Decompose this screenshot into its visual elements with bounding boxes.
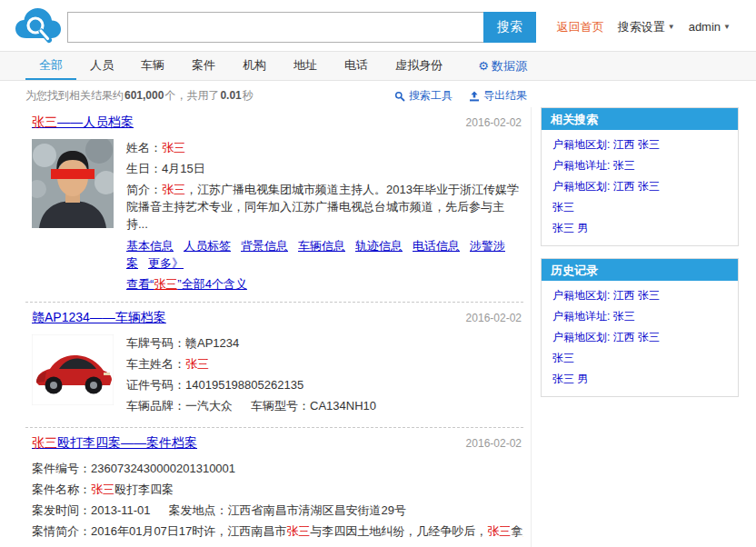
link-phone-info[interactable]: 电话信息 [413, 239, 460, 253]
field-birthday: 生日：4月15日 [126, 160, 523, 177]
header: 搜索 返回首页 搜索设置 ▼ admin ▼ [0, 0, 756, 51]
search-settings-menu[interactable]: 搜索设置 ▼ [618, 19, 675, 35]
link-person-tags[interactable]: 人员标签 [184, 239, 231, 253]
field-id-number: 证件号码：140195198805262135 [126, 376, 523, 393]
caret-down-icon: ▼ [668, 23, 675, 31]
tab-case[interactable]: 案件 [178, 52, 229, 80]
datasource-button[interactable]: ⚙ 数据源 [478, 52, 527, 80]
tab-all[interactable]: 全部 [25, 52, 76, 80]
related-search-link[interactable]: 户籍地区划: 江西 张三 [552, 138, 660, 151]
tab-virtual-identity[interactable]: 虚拟身份 [382, 52, 456, 80]
result-title-link[interactable]: 赣AP1234——车辆档案 [32, 310, 166, 326]
sidebar: 相关搜索 户籍地区划: 江西 张三 户籍地详址: 张三 户籍地区划: 江西 张三… [531, 107, 739, 547]
car-photo-image [32, 334, 114, 405]
field-case-number: 案件编号：2360732430000201310001 [32, 460, 523, 477]
result-body: 车牌号码：赣AP1234 车主姓名：张三 证件号码：14019519880526… [32, 334, 523, 418]
related-search-item: 户籍地区划: 江西 张三 [542, 134, 738, 155]
tab-address[interactable]: 地址 [280, 52, 331, 80]
search-input[interactable] [67, 12, 483, 43]
field-case-brief: 案情简介：2016年01月07日17时许，江西南昌市张三与李四因土地纠纷，几经争… [32, 522, 523, 540]
history-link[interactable]: 张三 [552, 352, 574, 364]
title-text: ——人员档案 [57, 114, 134, 129]
result-fields: 姓名：张三 生日：4月15日 简介：张三，江苏广播电视集团城市频道主持人。201… [126, 139, 523, 293]
related-search-box: 相关搜索 户籍地区划: 江西 张三 户籍地详址: 张三 户籍地区划: 江西 张三… [541, 107, 739, 246]
result-title-link[interactable]: 张三——人员档案 [32, 114, 134, 131]
search-tools-button[interactable]: 搜索工具 [394, 88, 453, 104]
history-link[interactable]: 户籍地区划: 江西 张三 [552, 289, 660, 302]
home-link[interactable]: 返回首页 [557, 19, 604, 35]
tab-person[interactable]: 人员 [76, 52, 127, 80]
related-search-link[interactable]: 张三 男 [552, 222, 588, 234]
search-settings-label: 搜索设置 [618, 19, 665, 35]
title-text: 殴打李四案——案件档案 [57, 435, 197, 450]
link-vehicle-info[interactable]: 车辆信息 [298, 239, 345, 253]
related-search-item: 张三 [542, 197, 738, 218]
title-text: 赣AP1234——车辆档案 [32, 310, 166, 324]
search-tools-label: 搜索工具 [409, 88, 453, 104]
history-item: 户籍地区划: 江西 张三 [542, 285, 738, 306]
related-search-item: 户籍地详址: 张三 [542, 155, 738, 176]
link-more[interactable]: 更多》 [148, 256, 184, 270]
result-date: 2016-02-02 [466, 312, 523, 324]
search-button[interactable]: 搜索 [483, 12, 536, 43]
export-icon [469, 91, 480, 102]
result-body: 案件编号：2360732430000201310001 案件名称：张三殴打李四案… [32, 460, 523, 543]
search-bar: 搜索 [67, 12, 536, 43]
history-item: 张三 [542, 348, 738, 369]
search-time: 0.01 [220, 89, 241, 102]
tab-vehicle[interactable]: 车辆 [127, 52, 178, 80]
related-search-list: 户籍地区划: 江西 张三 户籍地详址: 张三 户籍地区划: 江西 张三 张三 张… [542, 130, 738, 245]
field-owner: 车主姓名：张三 [126, 355, 523, 373]
result-tools: 搜索工具 导出结果 [394, 88, 527, 104]
tab-phone[interactable]: 电话 [331, 52, 382, 80]
results-list: 张三——人员档案 2016-02-02 [25, 107, 523, 547]
result-case: 张三殴打李四案——案件档案 2016-02-02 案件编号：2360732430… [25, 428, 523, 547]
cloud-search-logo[interactable] [15, 5, 62, 48]
results-stats-bar: 为您找到相关结果约601,000个，共用了0.01秒 搜索工具 导出结果 [25, 88, 527, 104]
field-plate: 车牌号码：赣AP1234 [126, 334, 523, 352]
history-item: 张三 男 [542, 369, 738, 390]
history-item: 户籍地详址: 张三 [542, 306, 738, 327]
link-track-info[interactable]: 轨迹信息 [355, 239, 403, 253]
tab-organization[interactable]: 机构 [229, 52, 280, 80]
all-meanings-link[interactable]: 查看“张三”全部4个含义 [126, 277, 247, 291]
result-fields: 案件编号：2360732430000201310001 案件名称：张三殴打李四案… [32, 460, 523, 543]
result-vehicle: 赣AP1234——车辆档案 2016-02-02 [25, 303, 523, 428]
link-background-info[interactable]: 背景信息 [241, 239, 288, 253]
history-title: 历史记录 [542, 259, 738, 281]
datasource-label: 数据源 [492, 58, 527, 75]
main-content: 张三——人员档案 2016-02-02 [0, 107, 756, 547]
caret-down-icon: ▼ [723, 23, 731, 31]
results-count: 601,000 [124, 89, 164, 102]
result-title-link[interactable]: 张三殴打李四案——案件档案 [32, 435, 197, 452]
history-box: 历史记录 户籍地区划: 江西 张三 户籍地详址: 张三 户籍地区划: 江西 张三… [541, 258, 739, 397]
field-brand-model: 车辆品牌：一汽大众车辆型号：CA134NH10 [126, 397, 523, 414]
related-search-link[interactable]: 张三 [552, 201, 574, 214]
header-links: 返回首页 搜索设置 ▼ admin ▼ [557, 19, 731, 35]
result-body: 姓名：张三 生日：4月15日 简介：张三，江苏广播电视集团城市频道主持人。201… [32, 139, 523, 293]
user-menu[interactable]: admin ▼ [689, 20, 731, 34]
history-link[interactable]: 张三 男 [552, 373, 588, 385]
link-basic-info[interactable]: 基本信息 [126, 239, 174, 253]
history-link[interactable]: 户籍地详址: 张三 [552, 310, 635, 323]
result-person: 张三——人员档案 2016-02-02 [25, 107, 523, 303]
related-search-link[interactable]: 户籍地区划: 江西 张三 [552, 180, 660, 193]
car-photo[interactable] [32, 334, 114, 418]
person-photo-image [32, 139, 114, 228]
all-meanings-row: 查看“张三”全部4个含义 [126, 275, 523, 293]
result-head: 张三——人员档案 2016-02-02 [32, 114, 523, 131]
field-intro: 简介：张三，江苏广播电视集团城市频道主持人。2013年毕业于浙江传媒学院播音主持… [126, 181, 523, 233]
result-fields: 车牌号码：赣AP1234 车主姓名：张三 证件号码：14019519880526… [126, 334, 523, 418]
export-results-button[interactable]: 导出结果 [469, 88, 527, 104]
related-search-item: 张三 男 [542, 218, 738, 239]
history-link[interactable]: 户籍地区划: 江西 张三 [552, 331, 660, 343]
field-case-time-place: 案发时间：2013-11-01案发地点：江西省南昌市清湖区昌安街道29号 [32, 502, 523, 519]
person-photo[interactable] [32, 139, 114, 293]
result-date: 2016-02-02 [466, 116, 523, 129]
detail-links: 基本信息人员标签背景信息车辆信息轨迹信息电话信息涉警涉案更多》 [126, 237, 523, 272]
related-search-link[interactable]: 户籍地详址: 张三 [552, 159, 635, 172]
category-nav: 全部 人员 车辆 案件 机构 地址 电话 虚拟身份 ⚙ 数据源 [0, 51, 756, 81]
related-search-item: 户籍地区划: 江西 张三 [542, 176, 738, 197]
search-tools-icon [394, 91, 405, 102]
result-head: 张三殴打李四案——案件档案 2016-02-02 [32, 435, 523, 452]
